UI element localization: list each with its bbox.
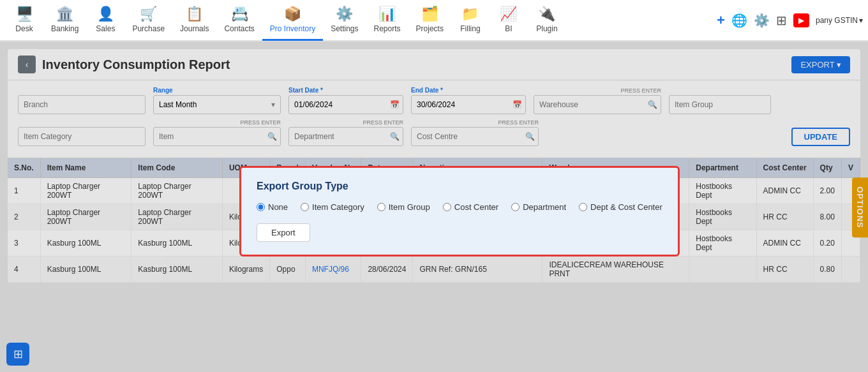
grid-icon[interactable]: ⊞	[776, 13, 787, 28]
nav-purchase[interactable]: 🛒 Purchase	[124, 0, 172, 41]
top-nav: 🖥️ Desk 🏛️ Banking 👤 Sales 🛒 Purchase 📋 …	[0, 0, 868, 41]
nav-right: + 🌐 ⚙️ ⊞ ▶ pany GSTIN ▾	[717, 12, 863, 29]
nav-pro-inventory-label: Pro Inventory	[270, 24, 315, 33]
plugin-icon: 🔌	[538, 6, 555, 22]
help-icon[interactable]: 🌐	[731, 13, 747, 28]
nav-bi-label: BI	[505, 24, 512, 33]
nav-projects-label: Projects	[416, 24, 444, 33]
settings-icon: ⚙️	[336, 6, 353, 22]
radio-input-none[interactable]	[257, 203, 265, 211]
nav-pro-inventory[interactable]: 📦 Pro Inventory	[262, 0, 323, 41]
add-icon[interactable]: +	[717, 12, 725, 29]
nav-reports[interactable]: 📊 Reports	[366, 0, 408, 41]
radio-option-dept-&-cost-center[interactable]: Dept & Cost Center	[579, 202, 662, 212]
reports-icon: 📊	[378, 6, 396, 22]
radio-option-item-category[interactable]: Item Category	[301, 202, 364, 212]
nav-plugin[interactable]: 🔌 Plugin	[528, 0, 566, 41]
radio-option-item-group[interactable]: Item Group	[377, 202, 430, 212]
nav-plugin-label: Plugin	[536, 24, 557, 33]
radio-input-dept-&-cost-center[interactable]	[579, 203, 587, 211]
pro-inventory-icon: 📦	[284, 6, 301, 22]
nav-settings-label: Settings	[331, 24, 358, 33]
contacts-icon: 📇	[231, 6, 248, 22]
radio-input-item-category[interactable]	[301, 203, 309, 211]
main-content: ‹ Inventory Consumption Report EXPORT ▾ …	[0, 41, 868, 372]
nav-contacts-label: Contacts	[224, 24, 254, 33]
radio-input-department[interactable]	[511, 203, 520, 211]
modal-title: Export Group Type	[257, 181, 662, 192]
radio-option-cost-center[interactable]: Cost Center	[443, 202, 498, 212]
nav-desk[interactable]: 🖥️ Desk	[5, 0, 43, 41]
nav-filling-label: Filling	[460, 24, 480, 33]
filling-icon: 📁	[461, 6, 479, 22]
nav-bi[interactable]: 📈 BI	[490, 0, 528, 41]
nav-banking[interactable]: 🏛️ Banking	[43, 0, 86, 41]
nav-journals[interactable]: 📋 Journals	[172, 0, 216, 41]
radio-input-item-group[interactable]	[377, 203, 385, 211]
nav-settings[interactable]: ⚙️ Settings	[323, 0, 366, 41]
nav-purchase-label: Purchase	[132, 24, 165, 33]
radio-option-none[interactable]: None	[257, 202, 288, 212]
youtube-button[interactable]: ▶	[793, 13, 809, 27]
radio-input-cost-center[interactable]	[443, 203, 451, 211]
radio-option-department[interactable]: Department	[511, 202, 566, 212]
gear-icon[interactable]: ⚙️	[754, 13, 770, 28]
nav-banking-label: Banking	[51, 24, 79, 33]
nav-sales-label: Sales	[96, 24, 115, 33]
nav-contacts[interactable]: 📇 Contacts	[216, 0, 262, 41]
radio-group: NoneItem CategoryItem GroupCost CenterDe…	[257, 202, 662, 212]
purchase-icon: 🛒	[140, 6, 157, 22]
desk-icon: 🖥️	[16, 6, 33, 22]
journals-icon: 📋	[186, 6, 203, 22]
nav-sales[interactable]: 👤 Sales	[86, 0, 124, 41]
banking-icon: 🏛️	[56, 6, 73, 22]
export-modal-button[interactable]: Export	[257, 223, 310, 242]
nav-filling[interactable]: 📁 Filling	[451, 0, 490, 41]
nav-projects[interactable]: 🗂️ Projects	[408, 0, 451, 41]
company-gstin[interactable]: pany GSTIN ▾	[816, 16, 863, 25]
company-chevron-icon: ▾	[859, 16, 863, 25]
bi-icon: 📈	[500, 6, 517, 22]
export-group-type-modal: Export Group Type NoneItem CategoryItem …	[239, 166, 680, 257]
nav-journals-label: Journals	[180, 24, 209, 33]
nav-reports-label: Reports	[374, 24, 401, 33]
projects-icon: 🗂️	[421, 6, 438, 22]
nav-desk-label: Desk	[15, 24, 33, 33]
sales-icon: 👤	[97, 6, 114, 22]
